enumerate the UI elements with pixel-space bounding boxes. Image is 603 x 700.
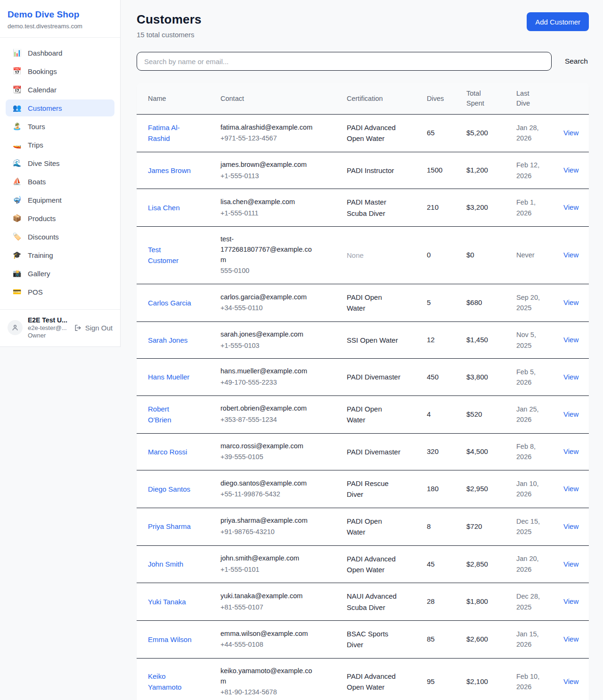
sidebar-item-gallery[interactable]: 📸 Gallery [6, 265, 114, 282]
user-name: E2E Test U... [28, 316, 67, 324]
customer-dives: 4 [421, 395, 461, 433]
customer-email: keiko.yamamoto@example.com [220, 666, 317, 687]
column-header-total-spent: Total Spent [461, 83, 511, 115]
view-customer-link[interactable]: View [563, 677, 579, 685]
customer-name-link[interactable]: Test Customer [148, 244, 193, 266]
shop-title: Demo Dive Shop [8, 9, 113, 20]
customer-name-link[interactable]: Yuki Tanaka [148, 596, 186, 607]
customer-name-link[interactable]: Diego Santos [148, 484, 190, 494]
customer-phone: +971-55-123-4567 [220, 133, 335, 144]
column-header-last-dive: Last Dive [511, 83, 558, 115]
page-head: Customers 15 total customers Add Custome… [137, 12, 589, 39]
view-customer-link[interactable]: View [563, 129, 579, 137]
column-header-name: Name [137, 83, 215, 115]
sidebar-item-customers[interactable]: 👥 Customers [6, 99, 114, 116]
dive-sites-icon: 🌊 [12, 159, 22, 167]
customer-phone: +1-555-0113 [220, 171, 335, 181]
customer-certification: PADI Advanced Open Water [347, 553, 401, 576]
customer-phone: +353-87-555-1234 [220, 415, 335, 425]
customer-total-spent: $0 [461, 227, 511, 284]
sidebar-item-trips[interactable]: 🚤 Trips [6, 136, 114, 153]
customer-name-link[interactable]: Priya Sharma [148, 521, 191, 532]
sidebar-item-label: Dashboard [28, 49, 62, 57]
search-button[interactable]: Search [564, 55, 589, 67]
customer-last-dive: Sep 20, 2025 [516, 292, 544, 313]
view-customer-link[interactable]: View [563, 560, 579, 568]
customer-name-link[interactable]: Carlos Garcia [148, 297, 191, 308]
column-header-actions [558, 83, 589, 115]
customer-email: fatima.alrashid@example.com [220, 123, 317, 133]
sidebar-item-dive-sites[interactable]: 🌊 Dive Sites [6, 155, 114, 172]
customer-name-link[interactable]: Emma Wilson [148, 634, 192, 645]
column-header-contact: Contact [215, 83, 341, 115]
customer-name-link[interactable]: John Smith [148, 559, 183, 569]
view-customer-link[interactable]: View [563, 447, 579, 455]
customer-name-link[interactable]: Hans Mueller [148, 371, 189, 382]
view-customer-link[interactable]: View [563, 522, 579, 530]
customer-total-spent: $3,800 [461, 359, 511, 396]
sidebar-item-label: Gallery [28, 270, 50, 278]
customer-phone: +1-555-0101 [220, 565, 335, 575]
customer-certification: PADI Rescue Diver [347, 478, 401, 500]
search-input[interactable] [137, 52, 552, 71]
sidebar-item-pos[interactable]: 💳 POS [6, 283, 114, 300]
sidebar-item-label: Tours [28, 123, 45, 131]
customer-name-link[interactable]: Lisa Chen [148, 202, 180, 213]
customer-name-link[interactable]: Marco Rossi [148, 446, 187, 457]
customer-total-spent: $2,850 [461, 545, 511, 583]
view-customer-link[interactable]: View [563, 635, 579, 643]
customer-table-body: Fatima Al-Rashid fatima.alrashid@example… [137, 115, 589, 700]
sidebar-item-products[interactable]: 📦 Products [6, 210, 114, 227]
add-customer-button[interactable]: Add Customer [527, 12, 589, 31]
sidebar-item-training[interactable]: 🎓 Training [6, 247, 114, 264]
table-row: Fatima Al-Rashid fatima.alrashid@example… [137, 115, 589, 152]
customer-dives: 12 [421, 321, 461, 359]
view-customer-link[interactable]: View [563, 298, 579, 306]
view-customer-link[interactable]: View [563, 203, 579, 211]
table-row: Test Customer test-1772681807767@example… [137, 227, 589, 284]
sidebar-item-calendar[interactable]: 📆 Calendar [6, 81, 114, 98]
customer-name-link[interactable]: Fatima Al-Rashid [148, 122, 193, 144]
customer-phone: +34-555-0110 [220, 303, 335, 313]
view-customer-link[interactable]: View [563, 485, 579, 493]
sidebar-item-boats[interactable]: ⛵ Boats [6, 173, 114, 190]
sidebar-item-discounts[interactable]: 🏷️ Discounts [6, 228, 114, 245]
customer-certification: PADI Master Scuba Diver [347, 197, 401, 219]
sidebar-item-label: Dive Sites [28, 159, 60, 167]
customer-name-link[interactable]: James Brown [148, 165, 191, 176]
customer-phone: +55-11-99876-5432 [220, 489, 335, 500]
customer-last-dive: Dec 28, 2025 [516, 591, 544, 612]
view-customer-link[interactable]: View [563, 410, 579, 418]
view-customer-link[interactable]: View [563, 373, 579, 381]
view-customer-link[interactable]: View [563, 597, 579, 605]
customer-email: priya.sharma@example.com [220, 516, 317, 526]
table-row: Marco Rossi marco.rossi@example.com +39-… [137, 433, 589, 470]
customer-last-dive: Jan 28, 2026 [516, 123, 544, 144]
sidebar-item-bookings[interactable]: 📅 Bookings [6, 63, 114, 80]
sign-out-button[interactable]: Sign Out [74, 324, 113, 332]
customer-total-spent: $2,600 [461, 621, 511, 659]
sidebar-item-label: Equipment [28, 196, 62, 204]
shop-domain: demo.test.divestreams.com [8, 23, 113, 30]
customer-certification: PADI Instructor [347, 165, 394, 176]
main-content: Customers 15 total customers Add Custome… [121, 0, 603, 700]
sidebar-item-equipment[interactable]: 🤿 Equipment [6, 191, 114, 208]
customer-certification: PADI Open Water [347, 292, 401, 314]
customer-last-dive: Feb 12, 2026 [516, 160, 544, 181]
customer-certification: PADI Advanced Open Water [347, 671, 401, 693]
customer-email: marco.rossi@example.com [220, 441, 317, 452]
gallery-icon: 📸 [12, 269, 22, 278]
view-customer-link[interactable]: View [563, 166, 579, 174]
sidebar-item-tours[interactable]: 🏝️ Tours [6, 118, 114, 135]
customer-name-link[interactable]: Robert O'Brien [148, 404, 193, 426]
customer-total-spent: $2,100 [461, 658, 511, 700]
view-customer-link[interactable]: View [563, 251, 579, 259]
customer-name-link[interactable]: Sarah Jones [148, 335, 187, 346]
view-customer-link[interactable]: View [563, 336, 579, 344]
table-row: Robert O'Brien robert.obrien@example.com… [137, 395, 589, 433]
sidebar-item-dashboard[interactable]: 📊 Dashboard [6, 44, 114, 61]
customer-name-link[interactable]: Keiko Yamamoto [148, 671, 193, 693]
customer-dives: 8 [421, 508, 461, 545]
customer-certification: NAUI Advanced Scuba Diver [347, 591, 401, 613]
customer-dives: 65 [421, 115, 461, 152]
